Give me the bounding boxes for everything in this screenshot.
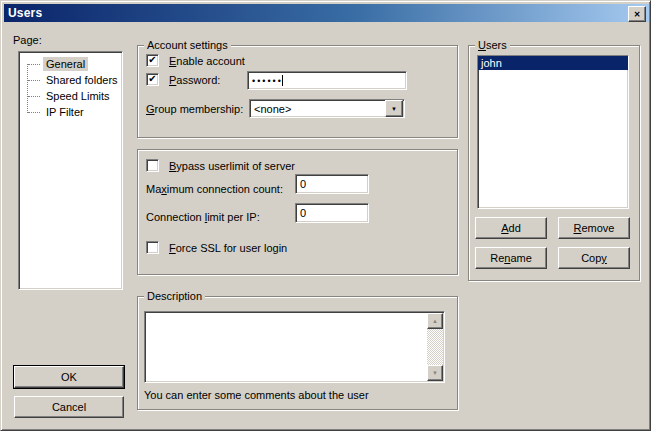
page-item-label[interactable]: Speed Limits: [43, 89, 113, 103]
account-settings-title: Account settings: [144, 39, 231, 52]
copy-button[interactable]: Copy: [558, 247, 630, 269]
user-name: john: [481, 57, 502, 69]
password-masked-value: ••••••: [252, 76, 283, 86]
account-settings-group: Account settings ✔ Enable account ✔ Pass…: [137, 45, 458, 138]
description-hint: You can enter some comments about the us…: [144, 389, 369, 402]
add-button[interactable]: Add: [475, 217, 547, 239]
tree-branch-icon: [28, 96, 40, 97]
copy-button-label: Copy: [581, 252, 607, 264]
close-button[interactable]: ✕: [628, 6, 646, 22]
combo-dropdown-button[interactable]: ▼: [385, 100, 403, 117]
add-button-label: Add: [501, 222, 521, 234]
connection-limit-per-ip-label: Connection limit per IP:: [146, 211, 260, 224]
text-caret: [282, 75, 283, 86]
password-input[interactable]: ••••••: [247, 71, 407, 90]
force-ssl-label: Force SSL for user login: [169, 242, 287, 255]
limits-group: Bypass userlimit of server Maximum conne…: [137, 149, 458, 275]
remove-button[interactable]: Remove: [558, 217, 630, 239]
connection-limit-per-ip-value: 0: [300, 207, 306, 219]
page-label: Page:: [13, 34, 42, 47]
page-tree[interactable]: General Shared folders Speed Limits IP F…: [18, 51, 123, 290]
group-membership-value: <none>: [250, 103, 385, 115]
rename-button[interactable]: Rename: [475, 247, 547, 269]
password-label: Password:: [169, 74, 220, 87]
cancel-button-label: Cancel: [52, 401, 86, 413]
page-item-label[interactable]: IP Filter: [43, 105, 87, 119]
chevron-down-icon: ▼: [391, 106, 397, 112]
remove-button-label: Remove: [574, 222, 615, 234]
page-item-speed-limits[interactable]: Speed Limits: [19, 88, 122, 104]
ok-button[interactable]: OK: [14, 366, 124, 388]
page-item-label[interactable]: Shared folders: [43, 73, 121, 87]
enable-account-checkbox[interactable]: ✔: [146, 54, 159, 67]
group-membership-select[interactable]: <none> ▼: [249, 99, 405, 118]
force-ssl-checkbox[interactable]: [146, 241, 159, 254]
page-item-ip-filter[interactable]: IP Filter: [19, 104, 122, 120]
description-scrollbar[interactable]: ▲ ▼: [427, 313, 443, 381]
password-checkbox[interactable]: ✔: [146, 73, 159, 86]
max-connection-count-value: 0: [300, 178, 306, 190]
tree-branch-icon: [28, 64, 40, 65]
description-value: [147, 314, 426, 380]
users-listbox[interactable]: john: [477, 55, 629, 209]
scroll-up-button[interactable]: ▲: [427, 313, 443, 329]
tree-branch-icon: [28, 112, 40, 113]
group-membership-label: Group membership:: [146, 103, 243, 116]
max-connection-count-input[interactable]: 0: [295, 174, 369, 194]
description-group: Description ▲ ▼ You can enter some comme…: [137, 296, 458, 410]
scroll-down-icon: ▼: [432, 370, 438, 376]
check-icon: ✔: [148, 74, 156, 84]
users-dialog: Users ✕ Page: General Shared folders Spe…: [0, 0, 651, 431]
titlebar[interactable]: Users ✕: [4, 4, 649, 22]
page-item-label[interactable]: General: [43, 57, 88, 71]
rename-button-label: Rename: [490, 252, 532, 264]
window-title: Users: [4, 6, 42, 20]
tree-branch-icon: [28, 80, 40, 81]
cancel-button[interactable]: Cancel: [14, 396, 124, 418]
ok-button-label: OK: [61, 371, 77, 383]
page-item-general[interactable]: General: [19, 56, 122, 72]
close-icon: ✕: [634, 10, 641, 19]
user-list-item[interactable]: john: [478, 56, 628, 70]
users-group: Users john Add Remove Rename Copy: [468, 45, 640, 281]
bypass-userlimit-label: Bypass userlimit of server: [169, 160, 295, 173]
page-item-shared-folders[interactable]: Shared folders: [19, 72, 122, 88]
bypass-userlimit-checkbox[interactable]: [146, 159, 159, 172]
scroll-down-button[interactable]: ▼: [427, 365, 443, 381]
connection-limit-per-ip-input[interactable]: 0: [295, 203, 369, 223]
users-group-title: Users: [475, 39, 510, 52]
description-title: Description: [144, 290, 205, 303]
max-connection-count-label: Maximum connection count:: [146, 183, 283, 196]
scroll-up-icon: ▲: [432, 318, 438, 324]
description-textarea[interactable]: ▲ ▼: [144, 311, 445, 383]
check-icon: ✔: [148, 55, 156, 65]
enable-account-label: Enable account: [169, 55, 245, 68]
